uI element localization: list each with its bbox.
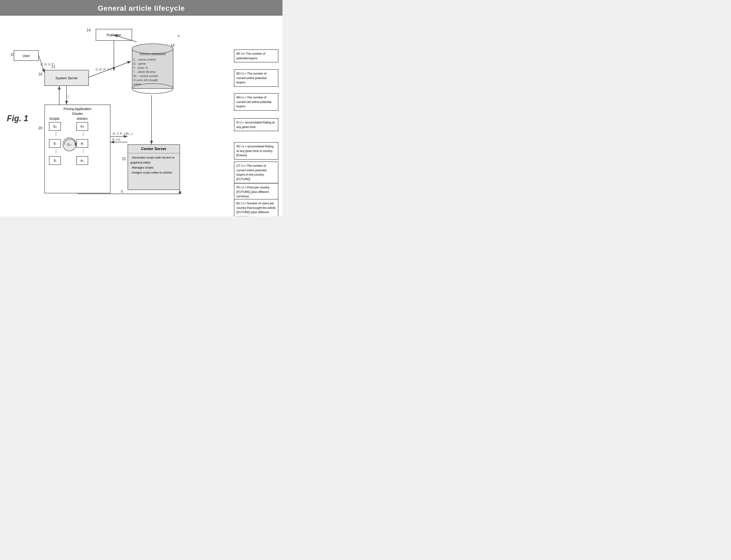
svg-line-14 — [39, 56, 44, 73]
num-22: 22 — [122, 157, 126, 161]
bo-label: BO i,t = The number of current online po… — [236, 72, 267, 84]
publisher-label: Publisher — [107, 33, 121, 37]
r-label: R i,t = accumulated Rating at any given … — [236, 121, 274, 129]
system-server-box: System Server — [44, 70, 89, 86]
center-server-body: . Generates script code via text or grap… — [128, 153, 180, 177]
right-box-bo: BO i,t = The number of current online po… — [234, 69, 278, 87]
right-box-r: R i,t = accumulated Rating at any given … — [234, 118, 278, 131]
right-box-ct: CT i,t = The number of current online po… — [234, 161, 278, 183]
num-14: 14 — [87, 28, 91, 32]
a-dots-2: ⋮ — [81, 149, 85, 153]
ct-label: CT i,t = The number of current online po… — [236, 164, 267, 181]
articles-label: Articles: — [77, 117, 88, 120]
right-box-rc: RC i,t = accumulated Rating at any given… — [234, 142, 278, 160]
right-box-bp: BP i,t= The number of potential buyers — [234, 49, 278, 62]
a0-box: A₀ — [76, 122, 88, 131]
s0-box: S₀ — [49, 122, 61, 131]
center-server-item-3: . Assigns script codes to articles — [130, 170, 177, 175]
publisher-box: Publisher — [96, 29, 132, 41]
fig-label: Fig. 1 — [7, 114, 28, 123]
num-11: 11 — [51, 65, 55, 69]
diagram-area: 10 11 14 16 18 20 22 Fig. 1 Publisher Us… — [0, 16, 282, 214]
s-dots-2: ⋮ — [54, 149, 58, 153]
pricing-cluster-box: Pricing ApplicationCluster Scripts: Arti… — [44, 105, 110, 193]
svg-text:i: i — [68, 94, 69, 98]
scripts-label: Scripts: — [49, 117, 60, 120]
svg-text:C, - article content;: C, - article content; — [133, 58, 156, 61]
system-server-label: System Server — [55, 76, 78, 80]
pricing-cluster-label: Pricing ApplicationCluster — [45, 106, 110, 116]
an-box: Aₙ — [76, 156, 88, 165]
num-20: 20 — [38, 126, 42, 130]
center-server-box: Center Server . Generates script code vi… — [128, 144, 180, 190]
page: General article lifecycle 10 11 14 16 18… — [0, 0, 282, 216]
center-server-item-1: . Generates script code via text or grap… — [130, 155, 177, 165]
page-title: General article lifecycle — [98, 4, 185, 12]
svg-text:article;: article; — [133, 83, 141, 86]
right-box-bn: BN i,t = The number of current net onlin… — [234, 93, 278, 111]
rc-label: RC i,t = accumulated Rating at any given… — [236, 145, 273, 157]
svg-text:P,_t+1: P,_t+1 — [112, 138, 121, 141]
a-dots-1: ⋮ — [81, 132, 85, 136]
right-box-pc: PC i,t = Price per country [FUTURE] (als… — [234, 183, 278, 201]
sj-box: Sⱼ — [49, 156, 61, 165]
circular-arrows — [60, 135, 80, 155]
svg-text:Articles database: Articles database — [139, 52, 166, 56]
svg-text:P, - price; Vi: P, - price; Vi — [133, 66, 148, 69]
s-dots-1: ⋮ — [54, 132, 58, 136]
svg-text:of users who bought: of users who bought — [133, 79, 158, 82]
si-box: Sᵢ — [49, 139, 61, 148]
svg-text:C, G, P,_0 T,: C, G, P,_0 T, — [96, 68, 112, 71]
page-header: General article lifecycle — [0, 0, 282, 16]
svg-text:G, - genre;: G, - genre; — [133, 62, 146, 65]
pc-label: PC i,t = Price per country [FUTURE] (als… — [236, 186, 269, 198]
articles-db-svg: Articles database C, - article content; … — [131, 42, 174, 95]
user-box: User — [14, 50, 39, 61]
right-box-bc: BC i,t = Number of users per country tha… — [234, 199, 278, 216]
svg-text:G, T, P,_t Bc,_t: G, T, P,_t Bc,_t — [113, 132, 133, 135]
svg-text:S,: S, — [121, 189, 124, 193]
bc-label: BC i,t = Number of users per country tha… — [236, 202, 275, 216]
svg-text:T, - article life time;: T, - article life time; — [133, 70, 156, 74]
center-server-item-2: . Manages scripts — [130, 165, 177, 170]
bn-label: BN i,t = The number of current net onlin… — [236, 96, 271, 108]
svg-text:✎: ✎ — [177, 34, 180, 38]
bp-label: BP i,t= The number of potential buyers — [236, 52, 265, 60]
svg-line-16 — [89, 61, 131, 77]
user-label: User — [23, 54, 30, 58]
num-16: 16 — [38, 72, 42, 76]
center-server-title: Center Server — [128, 145, 180, 153]
svg-text:Bc, - current number: Bc, - current number — [133, 74, 158, 78]
